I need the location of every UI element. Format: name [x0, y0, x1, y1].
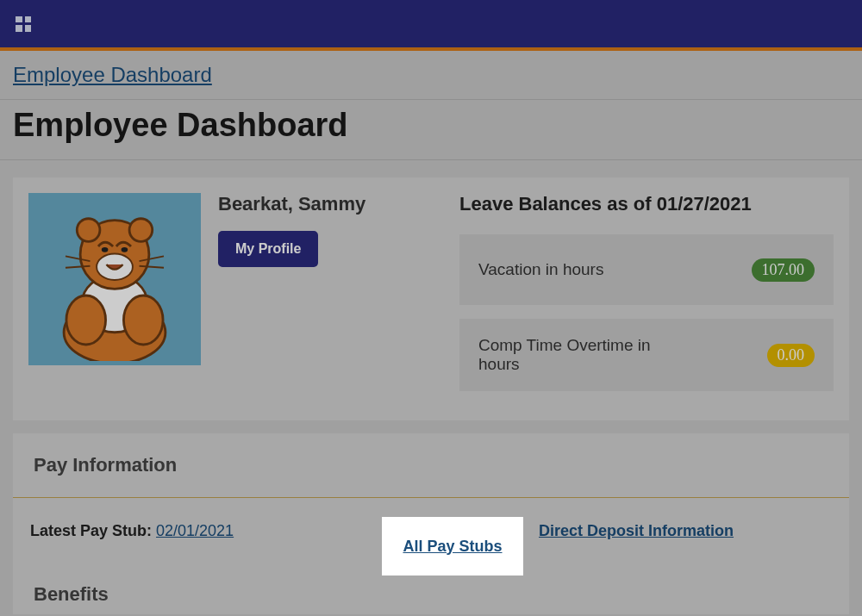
page-title: Employee Dashboard — [13, 107, 849, 144]
svg-point-4 — [123, 296, 163, 345]
leave-item-comp-time[interactable]: Comp Time Overtime in hours 0.00 — [459, 319, 834, 391]
avatar — [28, 193, 201, 365]
svg-point-7 — [129, 219, 153, 242]
breadcrumb: Employee Dashboard — [0, 51, 862, 100]
breadcrumb-link[interactable]: Employee Dashboard — [13, 63, 212, 86]
svg-point-3 — [66, 296, 106, 345]
leave-badge: 107.00 — [752, 258, 815, 282]
employee-name: Bearkat, Sammy — [218, 193, 442, 215]
leave-item-vacation[interactable]: Vacation in hours 107.00 — [459, 234, 834, 305]
bearkat-avatar-icon — [33, 197, 197, 361]
all-pay-stubs-link[interactable]: All Pay Stubs — [403, 538, 502, 556]
my-profile-button[interactable]: My Profile — [218, 231, 318, 267]
latest-pay-stub-link[interactable]: 02/01/2021 — [156, 522, 234, 539]
pay-info-header: Pay Information — [13, 433, 849, 498]
profile-card: Bearkat, Sammy My Profile Leave Balances… — [13, 177, 849, 420]
all-pay-stubs-highlight: All Pay Stubs — [382, 517, 523, 576]
latest-pay-stub-label: Latest Pay Stub: — [30, 522, 156, 539]
svg-point-6 — [77, 219, 100, 242]
leave-label: Vacation in hours — [478, 260, 603, 279]
leave-balances-title: Leave Balances as of 01/27/2021 — [459, 193, 834, 215]
latest-pay-stub: Latest Pay Stub: 02/01/2021 — [30, 522, 234, 540]
top-bar — [0, 0, 862, 47]
apps-icon[interactable] — [16, 16, 31, 32]
direct-deposit-link[interactable]: Direct Deposit Information — [539, 522, 734, 539]
leave-badge: 0.00 — [767, 344, 815, 367]
svg-point-10 — [122, 247, 128, 252]
leave-label: Comp Time Overtime in hours — [478, 336, 677, 374]
svg-point-9 — [102, 247, 109, 252]
